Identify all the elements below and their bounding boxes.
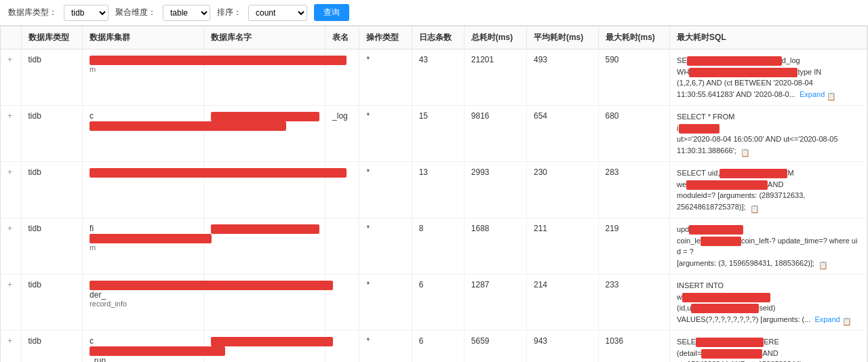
db-name-cell [204,106,326,162]
sql-cell: SELEERE(detail=ANDct>1594006344 AND ct<1… [670,331,867,363]
db-cluster-cell: c [83,106,204,162]
sql-cell: SEd_logWHtype IN(1,2,6,7) AND (ct BETWEE… [670,49,867,106]
op-type-cell: * [359,106,412,162]
expand-cell: + [1,218,21,275]
log-count-cell: 6 [412,331,464,363]
expand-cell: + [1,49,21,106]
db-type-cell: tidb [21,106,83,162]
data-table: 数据库类型 数据库集群 数据库名字 表名 操作类型 日志条数 总耗时(ms) 平… [1,26,867,362]
avg-time-cell: 214 [526,275,598,331]
table-row: + tidb * 13 2993 230 283 SELECT uid,MweA… [1,162,867,218]
db-name-cell [204,218,326,275]
expand-button[interactable]: + [7,55,12,64]
sql-cell: SELECT uid,MweANDmoduleid=? [arguments: … [670,162,867,218]
total-time-cell: 1287 [464,275,526,331]
table-row: + tidb c _log * 15 9816 654 680 SELECT *… [1,106,867,162]
expand-cell: + [1,106,21,162]
db-type-select[interactable]: tidb mysql redis [64,5,108,21]
expand-button[interactable]: + [7,167,12,177]
col-log-count: 日志条数 [412,26,464,49]
expand-cell: + [1,162,21,218]
sort-select[interactable]: count total_time avg_time max_time [248,5,307,21]
avg-time-cell: 654 [526,106,598,162]
aggregate-select[interactable]: table db cluster [163,5,210,21]
db-name-cell [204,331,326,363]
sort-label: 排序： [217,7,241,18]
db-type-cell: tidb [21,331,83,363]
total-time-cell: 5659 [464,331,526,363]
max-time-cell: 233 [598,275,670,331]
op-type-cell: * [359,275,412,331]
db-cluster-cell [83,162,204,218]
col-db-name: 数据库名字 [204,26,326,49]
db-cluster-cell: fim [83,218,204,275]
avg-time-cell: 230 [526,162,598,218]
col-op-type: 操作类型 [359,26,412,49]
max-time-cell: 219 [598,218,670,275]
expand-button[interactable]: + [7,336,12,346]
max-time-cell: 680 [598,106,670,162]
col-db-cluster: 数据库集群 [83,26,204,49]
avg-time-cell: 943 [526,331,598,363]
max-time-cell: 590 [598,49,670,106]
log-count-cell: 8 [412,218,464,275]
db-name-cell [204,162,326,218]
db-name-cell [204,49,326,106]
log-count-cell: 13 [412,162,464,218]
total-time-cell: 2993 [464,162,526,218]
log-count-cell: 6 [412,275,464,331]
table-row: + tidb fim * 8 1688 211 219 updcoin_leco… [1,218,867,275]
db-name-cell [204,275,326,331]
expand-cell: + [1,331,21,363]
col-expand [1,26,21,49]
expand-button[interactable]: + [7,111,12,121]
top-bar: 数据库类型： tidb mysql redis 聚合维度： table db c… [0,0,868,26]
expand-button[interactable]: + [7,224,12,233]
col-db-type: 数据库类型 [21,26,83,49]
query-button[interactable]: 查询 [314,4,349,21]
log-count-cell: 15 [412,106,464,162]
col-max-sql: 最大耗时SQL [670,26,867,49]
db-cluster-cell: der_record_info [83,275,204,331]
max-time-cell: 1036 [598,331,670,363]
table-row: + tidb m * 43 21201 493 590 SEd_logWHtyp… [1,49,867,106]
sql-cell: SELECT * FROMiut>='2020-08-04 16:05:00' … [670,106,867,162]
avg-time-cell: 211 [526,218,598,275]
db-type-label: 数据库类型： [8,7,57,18]
db-type-cell: tidb [21,162,83,218]
op-type-cell: * [359,49,412,106]
sql-cell: INSERT INTOw(id,useid)VALUES(?,?,?,?,?,?… [670,275,867,331]
aggregate-label: 聚合维度： [115,7,156,18]
log-count-cell: 43 [412,49,464,106]
total-time-cell: 21201 [464,49,526,106]
db-type-cell: tidb [21,218,83,275]
table-name-cell [326,218,359,275]
op-type-cell: * [359,162,412,218]
total-time-cell: 9816 [464,106,526,162]
max-time-cell: 283 [598,162,670,218]
op-type-cell: * [359,331,412,363]
table-header-row: 数据库类型 数据库集群 数据库名字 表名 操作类型 日志条数 总耗时(ms) 平… [1,26,867,49]
expand-cell: + [1,275,21,331]
expand-button[interactable]: + [7,280,12,289]
table-row: + tidb c_runke * 6 5659 943 1036 SELEERE… [1,331,867,363]
avg-time-cell: 493 [526,49,598,106]
col-table-name: 表名 [326,26,359,49]
table-row: + tidb der_record_info * 6 1287 214 233 … [1,275,867,331]
col-total-time: 总耗时(ms) [464,26,526,49]
sql-cell: updcoin_lecoin_left-? update_time=? wher… [670,218,867,275]
main-table-wrapper: 数据库类型 数据库集群 数据库名字 表名 操作类型 日志条数 总耗时(ms) 平… [0,26,868,362]
db-cluster-cell: c_runke [83,331,204,363]
db-cluster-cell: m [83,49,204,106]
table-name-cell: _log [326,106,359,162]
col-max-time: 最大耗时(ms) [598,26,670,49]
op-type-cell: * [359,218,412,275]
db-type-cell: tidb [21,275,83,331]
total-time-cell: 1688 [464,218,526,275]
db-type-cell: tidb [21,49,83,106]
col-avg-time: 平均耗时(ms) [526,26,598,49]
